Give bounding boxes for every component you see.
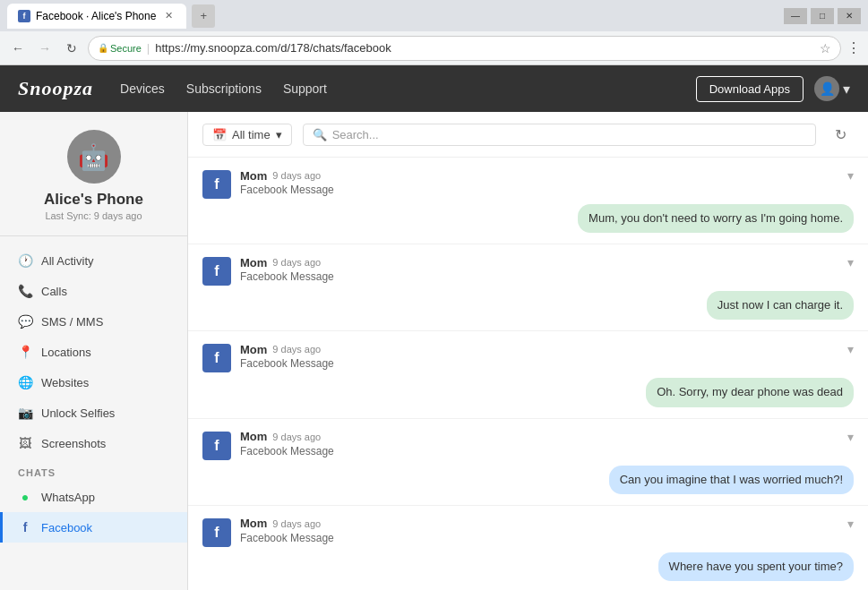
new-tab-button[interactable]: + — [192, 4, 215, 28]
back-button[interactable]: ← — [7, 38, 29, 59]
maximize-button[interactable]: □ — [811, 8, 834, 24]
message-header-4: f Mom 9 days ago ▾ Facebook Message — [202, 430, 854, 460]
nav-subscriptions[interactable]: Subscriptions — [186, 81, 262, 96]
search-box[interactable]: 🔍 Search... — [303, 124, 816, 146]
android-icon: 🤖 — [78, 142, 109, 172]
message-bubble-5: Where have you spent your time? — [658, 552, 854, 581]
address-input[interactable]: Secure | https://my.snoopza.com/d/178/ch… — [88, 36, 841, 61]
browser-menu-button[interactable]: ⋮ — [847, 39, 861, 56]
search-placeholder: Search... — [332, 128, 379, 141]
sidebar-label-unlock-selfies: Unlock Selfies — [41, 406, 115, 420]
time-filter-label: All time — [232, 128, 271, 141]
sidebar-item-locations[interactable]: 📍 Locations — [0, 337, 187, 367]
refresh-button[interactable]: ↻ — [61, 38, 82, 59]
message-group-5: f Mom 9 days ago ▾ Facebook Message Wher… — [188, 506, 868, 590]
avatar: 👤 — [814, 76, 839, 101]
message-group-3: f Mom 9 days ago ▾ Facebook Message Oh. … — [188, 331, 868, 418]
sidebar-item-facebook[interactable]: f Facebook — [0, 512, 187, 543]
globe-icon: 🌐 — [18, 375, 32, 389]
sidebar-item-screenshots[interactable]: 🖼 Screenshots — [0, 428, 187, 458]
message-sender-5: Mom — [240, 517, 267, 530]
app-body: 🤖 Alice's Phone Last Sync: 9 days ago 🕐 … — [0, 112, 868, 590]
browser-titlebar: f Facebook · Alice's Phone ✕ + — □ ✕ — [0, 0, 868, 31]
sidebar-label-all-activity: All Activity — [41, 254, 94, 268]
messages-list: f Mom 9 days ago ▾ Facebook Message Mum,… — [188, 158, 868, 590]
message-group-4: f Mom 9 days ago ▾ Facebook Message Can … — [188, 419, 868, 506]
calendar-icon: 📅 — [212, 128, 227, 141]
tab-title: Facebook · Alice's Phone — [36, 10, 156, 22]
message-sender-1: Mom — [240, 169, 267, 183]
message-type-1: Facebook Message — [240, 184, 854, 196]
main-content: 📅 All time ▾ 🔍 Search... ↻ f Mom 9 da — [188, 112, 868, 590]
tab-favicon: f — [18, 10, 30, 22]
device-icon: 🤖 — [67, 130, 121, 184]
sidebar-menu: 🕐 All Activity 📞 Calls 💬 SMS / MMS 📍 Loc… — [0, 245, 187, 543]
minimize-button[interactable]: — — [784, 8, 807, 24]
close-button[interactable]: ✕ — [838, 8, 861, 24]
sidebar-item-whatsapp[interactable]: ● WhatsApp — [0, 482, 187, 512]
sidebar-label-facebook: Facebook — [41, 521, 92, 534]
message-dropdown-1[interactable]: ▾ — [847, 168, 854, 183]
phone-icon: 📞 — [18, 284, 32, 298]
message-bubble-row-5: Where have you spent your time? — [202, 552, 854, 581]
message-meta-1: Mom 9 days ago ▾ Facebook Message — [240, 168, 854, 196]
sidebar-item-websites[interactable]: 🌐 Websites — [0, 367, 187, 398]
clock-icon: 🕐 — [18, 253, 32, 268]
nav-devices[interactable]: Devices — [120, 81, 165, 96]
forward-button[interactable]: → — [34, 38, 56, 59]
message-group-1: f Mom 9 days ago ▾ Facebook Message Mum,… — [188, 158, 868, 244]
screenshot-icon: 🖼 — [18, 436, 32, 450]
user-menu-button[interactable]: 👤 ▾ — [814, 76, 850, 101]
sidebar-item-sms[interactable]: 💬 SMS / MMS — [0, 306, 187, 337]
facebook-message-icon-3: f — [202, 344, 231, 372]
sidebar-item-unlock-selfies[interactable]: 📷 Unlock Selfies — [0, 398, 187, 428]
browser-tab[interactable]: f Facebook · Alice's Phone ✕ — [7, 4, 186, 29]
message-type-3: Facebook Message — [240, 357, 854, 370]
secure-badge: Secure — [98, 43, 142, 54]
message-header-5: f Mom 9 days ago ▾ Facebook Message — [202, 517, 854, 547]
sidebar-label-screenshots: Screenshots — [41, 437, 106, 450]
header-right: Download Apps 👤 ▾ — [696, 76, 850, 102]
message-dropdown-5[interactable]: ▾ — [847, 517, 854, 531]
message-header-2: f Mom 9 days ago ▾ Facebook Message — [202, 255, 854, 286]
window-controls: — □ ✕ — [784, 8, 861, 24]
sidebar-label-locations: Locations — [41, 346, 91, 359]
message-type-2: Facebook Message — [240, 270, 854, 283]
facebook-message-icon-2: f — [202, 257, 231, 286]
chats-section-label: CHATS — [0, 458, 187, 482]
filter-bar: 📅 All time ▾ 🔍 Search... ↻ — [188, 112, 868, 158]
camera-icon: 📷 — [18, 406, 32, 420]
device-name: Alice's Phone — [44, 191, 143, 209]
message-dropdown-2[interactable]: ▾ — [847, 255, 854, 269]
message-meta-3: Mom 9 days ago ▾ Facebook Message — [240, 342, 854, 370]
device-sync: Last Sync: 9 days ago — [45, 210, 142, 221]
message-meta-4: Mom 9 days ago ▾ Facebook Message — [240, 430, 854, 457]
message-bubble-4: Can you imagine that I was worried much?… — [609, 466, 854, 494]
message-dropdown-3[interactable]: ▾ — [847, 342, 854, 356]
message-type-4: Facebook Message — [240, 445, 854, 457]
sidebar-item-all-activity[interactable]: 🕐 All Activity — [0, 245, 187, 276]
message-bubble-2: Just now I can charge it. — [707, 291, 854, 320]
refresh-messages-button[interactable]: ↻ — [827, 121, 854, 148]
message-time-3: 9 days ago — [272, 344, 321, 355]
bookmark-icon[interactable]: ☆ — [820, 41, 831, 56]
sidebar-label-websites: Websites — [41, 376, 89, 389]
app-nav: Devices Subscriptions Support — [120, 81, 327, 96]
tab-close-button[interactable]: ✕ — [161, 9, 176, 23]
message-header-3: f Mom 9 days ago ▾ Facebook Message — [202, 342, 854, 372]
whatsapp-icon: ● — [18, 490, 32, 504]
message-time-4: 9 days ago — [272, 432, 321, 442]
message-bubble-row-3: Oh. Sorry, my dear phone was dead — [202, 378, 854, 406]
message-dropdown-4[interactable]: ▾ — [847, 430, 854, 444]
sidebar-item-calls[interactable]: 📞 Calls — [0, 276, 187, 306]
time-filter[interactable]: 📅 All time ▾ — [202, 124, 292, 146]
message-sender-4: Mom — [240, 430, 267, 443]
message-bubble-1: Mum, you don't need to worry as I'm goin… — [578, 204, 854, 233]
search-icon: 🔍 — [313, 128, 327, 141]
time-filter-arrow: ▾ — [276, 128, 282, 141]
download-apps-button[interactable]: Download Apps — [696, 76, 804, 102]
sidebar-label-whatsapp: WhatsApp — [41, 491, 95, 504]
nav-support[interactable]: Support — [283, 81, 327, 96]
sidebar-label-sms: SMS / MMS — [41, 315, 103, 329]
sms-icon: 💬 — [18, 314, 32, 329]
